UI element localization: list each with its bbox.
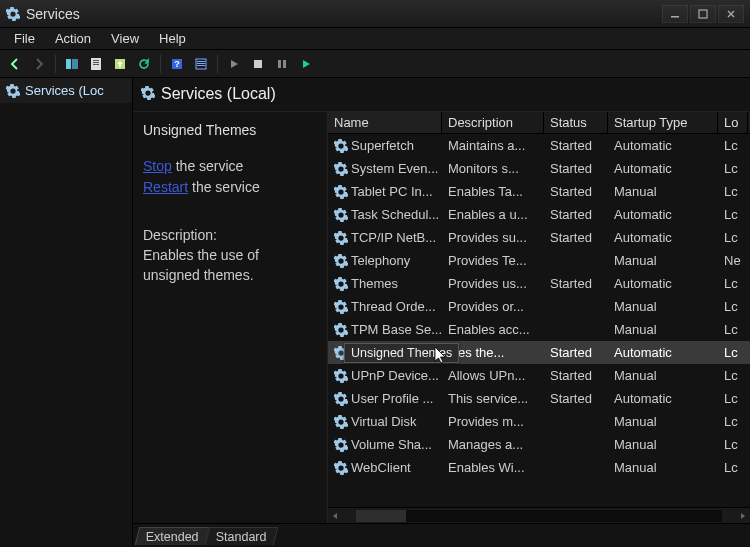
stop-link[interactable]: Stop <box>143 158 172 174</box>
gear-icon <box>334 415 348 429</box>
menu-bar: File Action View Help <box>0 28 750 50</box>
col-header-description[interactable]: Description <box>442 112 544 133</box>
cell-name: UPnP Device... <box>330 368 444 383</box>
description-text: Enables the use of unsigned themes. <box>143 245 317 286</box>
service-name-text: Task Schedul... <box>351 207 439 222</box>
cell-name: Volume Sha... <box>330 437 444 452</box>
cell-startup: Automatic <box>610 276 720 291</box>
table-row[interactable]: TelephonyProvides Te...ManualNe <box>328 249 750 272</box>
cell-startup: Manual <box>610 368 720 383</box>
list-button[interactable] <box>190 53 212 75</box>
gear-icon <box>334 438 348 452</box>
cell-logon: Lc <box>720 161 750 176</box>
tab-extended[interactable]: Extended <box>135 527 210 545</box>
table-row[interactable]: System Even...Monitors s...StartedAutoma… <box>328 157 750 180</box>
cell-logon: Lc <box>720 437 750 452</box>
gear-icon <box>334 300 348 314</box>
table-row[interactable]: Thread Orde...Provides or...ManualLc <box>328 295 750 318</box>
cell-name: WebClient <box>330 460 444 475</box>
cell-description: This service... <box>444 391 546 406</box>
tab-standard[interactable]: Standard <box>205 527 278 545</box>
menu-help[interactable]: Help <box>149 29 196 48</box>
cell-status: Started <box>546 345 610 360</box>
back-button[interactable] <box>4 53 26 75</box>
close-button[interactable] <box>718 5 744 23</box>
cell-name: Thread Orde... <box>330 299 444 314</box>
maximize-button[interactable] <box>690 5 716 23</box>
table-row[interactable]: User Profile ...This service...StartedAu… <box>328 387 750 410</box>
cell-status: Started <box>546 184 610 199</box>
stop-suffix: the service <box>172 158 244 174</box>
cell-logon: Lc <box>720 368 750 383</box>
cell-description: Monitors s... <box>444 161 546 176</box>
menu-view[interactable]: View <box>101 29 149 48</box>
table-row[interactable]: Tablet PC In...Enables Ta...StartedManua… <box>328 180 750 203</box>
minimize-button[interactable] <box>662 5 688 23</box>
cell-startup: Manual <box>610 460 720 475</box>
stop-service-button[interactable] <box>247 53 269 75</box>
cell-status: Started <box>546 230 610 245</box>
service-name-text: Tablet PC In... <box>351 184 433 199</box>
cell-description: Enables acc... <box>444 322 546 337</box>
cell-description: Provides Te... <box>444 253 546 268</box>
cell-startup: Automatic <box>610 391 720 406</box>
window-title: Services <box>26 6 660 22</box>
service-name-text: WebClient <box>351 460 411 475</box>
table-row[interactable]: SuperfetchMaintains a...StartedAutomatic… <box>328 134 750 157</box>
cell-logon: Lc <box>720 322 750 337</box>
cell-name: User Profile ... <box>330 391 444 406</box>
service-name-text: Telephony <box>351 253 410 268</box>
refresh-button[interactable] <box>133 53 155 75</box>
menu-action[interactable]: Action <box>45 29 101 48</box>
menu-file[interactable]: File <box>4 29 45 48</box>
service-name-text: UPnP Device... <box>351 368 439 383</box>
col-header-startup[interactable]: Startup Type <box>608 112 718 133</box>
table-row[interactable]: Task Schedul...Enables a u...StartedAuto… <box>328 203 750 226</box>
cell-name: System Even... <box>330 161 444 176</box>
start-service-button[interactable] <box>223 53 245 75</box>
horizontal-scrollbar[interactable] <box>328 507 750 523</box>
table-row[interactable]: ThemesProvides us...StartedAutomaticLc <box>328 272 750 295</box>
forward-button[interactable] <box>28 53 50 75</box>
cell-logon: Lc <box>720 276 750 291</box>
tree-node-services-local[interactable]: Services (Loc <box>0 78 132 103</box>
gear-icon <box>334 277 348 291</box>
cell-startup: Automatic <box>610 345 720 360</box>
cell-status: Started <box>546 276 610 291</box>
cell-logon: Lc <box>720 460 750 475</box>
cell-startup: Manual <box>610 437 720 452</box>
table-row[interactable]: WebClientEnables Wi...ManualLc <box>328 456 750 479</box>
table-header: Name Description Status Startup Type Lo <box>328 112 750 134</box>
cell-description: Enables Ta... <box>444 184 546 199</box>
col-header-name[interactable]: Name <box>328 112 442 133</box>
table-row[interactable]: UPnP Device...Allows UPn...StartedManual… <box>328 364 750 387</box>
table-row[interactable]: Volume Sha...Manages a...ManualLc <box>328 433 750 456</box>
cell-name: Telephony <box>330 253 444 268</box>
cell-description: Provides su... <box>444 230 546 245</box>
table-row[interactable]: Virtual DiskProvides m...ManualLc <box>328 410 750 433</box>
cell-logon: Lc <box>720 414 750 429</box>
export-list-button[interactable] <box>109 53 131 75</box>
scroll-right-button[interactable] <box>736 509 750 523</box>
svg-rect-14 <box>197 65 205 66</box>
cell-name: Themes <box>330 276 444 291</box>
col-header-logon[interactable]: Lo <box>718 112 748 133</box>
table-row[interactable]: TCP/IP NetB...Provides su...StartedAutom… <box>328 226 750 249</box>
scroll-left-button[interactable] <box>328 509 342 523</box>
gear-icon <box>141 86 155 102</box>
col-header-status[interactable]: Status <box>544 112 608 133</box>
gear-icon <box>334 323 348 337</box>
content-split: Unsigned Themes Stop the service Restart… <box>133 111 750 523</box>
show-hide-tree-button[interactable] <box>61 53 83 75</box>
cell-name: Virtual Disk <box>330 414 444 429</box>
properties-button[interactable] <box>85 53 107 75</box>
content-header: Services (Local) <box>133 78 750 111</box>
scroll-track[interactable] <box>356 510 722 522</box>
help-button[interactable]: ? <box>166 53 188 75</box>
svg-rect-3 <box>72 59 78 69</box>
restart-service-button[interactable] <box>295 53 317 75</box>
pause-service-button[interactable] <box>271 53 293 75</box>
restart-link[interactable]: Restart <box>143 179 188 195</box>
scroll-thumb[interactable] <box>356 510 406 522</box>
table-row[interactable]: TPM Base Se...Enables acc...ManualLc <box>328 318 750 341</box>
